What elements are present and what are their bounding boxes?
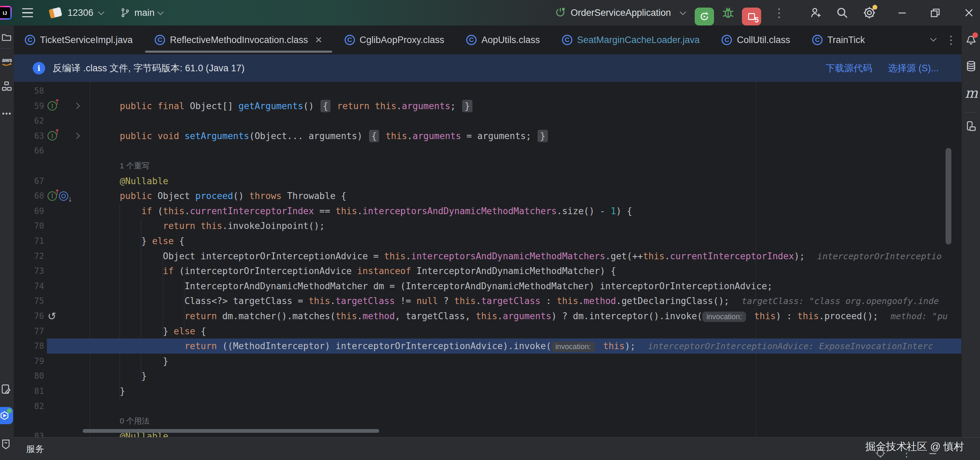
more-actions-button[interactable]: ⋮	[773, 0, 785, 25]
line-number[interactable]: 71	[14, 233, 44, 249]
notebook-icon[interactable]	[0, 439, 11, 450]
code-line-74[interactable]: 74InterceptorAndDynamicMethodMatcher dm …	[14, 279, 961, 294]
line-number[interactable]: 83	[14, 429, 44, 437]
project-widget[interactable]	[49, 0, 61, 25]
line-number[interactable]: 75	[14, 293, 44, 308]
line-number[interactable]: 68	[14, 188, 44, 203]
line-number[interactable]: 58	[14, 83, 44, 98]
code-line-71[interactable]: 71} else {	[14, 233, 961, 249]
branch-chevron-icon[interactable]	[159, 0, 164, 25]
line-number[interactable]: 79	[14, 354, 44, 369]
line-number[interactable]: 59	[14, 98, 44, 114]
code-line-62[interactable]: 62	[14, 113, 961, 128]
code-editor[interactable]: 5859I↑public final Object[] getArguments…	[14, 82, 961, 437]
tab-TrainTick[interactable]: CTrainTick	[801, 25, 876, 54]
line-number[interactable]: 66	[14, 143, 44, 159]
line-number[interactable]: 81	[14, 384, 44, 399]
line-number[interactable]: 67	[14, 173, 44, 189]
code-line-78[interactable]: 78return ((MethodInterceptor) intercepto…	[14, 338, 961, 354]
code-segment: ()	[303, 101, 320, 111]
tab-list-chevron-button[interactable]	[932, 37, 937, 43]
inlay-hint-row[interactable]: 1 个重写	[14, 159, 961, 173]
code-line-69[interactable]: 69if (this.currentInterceptorIndex == th…	[14, 203, 961, 219]
project-name[interactable]: 12306	[68, 0, 93, 25]
code-line-67[interactable]: 67@Nullable	[14, 173, 961, 189]
tab-options-button[interactable]: ⋮	[945, 33, 956, 46]
override-method-icon[interactable]: I↑	[48, 192, 57, 201]
tab-ReflectiveMethodInvocation.class[interactable]: CReflectiveMethodInvocation.class✕	[144, 25, 334, 54]
override-method-icon[interactable]: I↑	[48, 101, 57, 111]
horizontal-scrollbar[interactable]	[83, 429, 379, 433]
maximize-button[interactable]	[929, 0, 942, 25]
code-line-82[interactable]: 82	[14, 399, 961, 414]
code-line-72[interactable]: 72Object interceptorOrInterceptionAdvice…	[14, 249, 961, 264]
database-icon[interactable]	[965, 60, 977, 72]
vertical-scrollbar[interactable]	[945, 148, 951, 244]
download-sources-link[interactable]: 下载源代码	[826, 62, 872, 75]
project-chevron-icon[interactable]	[100, 0, 104, 25]
tab-TicketServiceImpl.java[interactable]: CTicketServiceImpl.java	[14, 25, 144, 54]
overridden-method-icon[interactable]: ↓	[59, 192, 68, 201]
code-segment: 1	[611, 206, 616, 216]
code-line-75[interactable]: 75Class<?> targetClass = this.targetClas…	[14, 293, 961, 308]
search-everywhere-button[interactable]	[835, 0, 849, 25]
line-number[interactable]: 78	[14, 338, 44, 354]
main-menu-button[interactable]	[22, 0, 33, 25]
git-branch-name[interactable]: main	[134, 0, 155, 25]
line-number[interactable]: 77	[14, 324, 44, 339]
project-folder-icon[interactable]	[1, 32, 12, 43]
tab-CglibAopProxy.class[interactable]: CCglibAopProxy.class	[334, 25, 455, 54]
code-line-66[interactable]: 66	[14, 143, 961, 159]
close-tab-icon[interactable]: ✕	[315, 35, 323, 46]
tab-CollUtil.class[interactable]: CCollUtil.class	[711, 25, 801, 54]
code-line-81[interactable]: 81}	[14, 384, 961, 399]
settings-button[interactable]	[862, 0, 877, 25]
services-panel-title[interactable]: 服务	[26, 443, 44, 455]
code-with-me-button[interactable]	[809, 0, 823, 25]
line-number[interactable]: 70	[14, 218, 44, 233]
override-method-icon[interactable]: I↑	[48, 131, 57, 141]
notifications-icon[interactable]	[965, 33, 977, 47]
close-button[interactable]	[963, 0, 975, 25]
fold-arrow-icon[interactable]	[73, 133, 80, 139]
code-line-68[interactable]: 68I↑↓public Object proceed() throws Thro…	[14, 188, 961, 203]
code-text: if (interceptorOrInterceptionAdvice inst…	[163, 263, 616, 279]
code-segment: this	[384, 251, 406, 261]
more-icon[interactable]	[1, 108, 12, 119]
code-line-80[interactable]: 80}	[14, 368, 961, 384]
line-number[interactable]: 62	[14, 113, 44, 128]
commit-icon[interactable]	[0, 384, 11, 395]
aws-icon[interactable]: aws	[1, 56, 13, 68]
code-segment: targetClass	[481, 296, 540, 306]
device-icon[interactable]	[965, 120, 977, 133]
code-line-63[interactable]: 63I↑public void setArguments(Object... a…	[14, 128, 961, 144]
recursive-call-icon[interactable]: ↺	[48, 310, 56, 322]
line-number[interactable]: 76	[14, 308, 44, 324]
code-line-70[interactable]: 70return this.invokeJoinpoint();	[14, 218, 961, 233]
inlay-hint-row[interactable]: 0 个用法	[14, 414, 961, 429]
tab-SeatMarginCacheLoader.java[interactable]: CSeatMarginCacheLoader.java	[551, 25, 711, 54]
code-line-73[interactable]: 73if (interceptorOrInterceptionAdvice in…	[14, 263, 961, 279]
tab-AopUtils.class[interactable]: CAopUtils.class	[455, 25, 551, 54]
line-number[interactable]: 69	[14, 203, 44, 219]
line-number[interactable]: 63	[14, 128, 44, 144]
line-number[interactable]: 73	[14, 263, 44, 279]
minimize-button[interactable]	[896, 0, 908, 25]
choose-sources-link[interactable]: 选择源 (S)...	[888, 62, 939, 75]
debug-button[interactable]	[721, 0, 735, 25]
line-number[interactable]: 74	[14, 279, 44, 294]
run-config-chevron-icon[interactable]	[682, 0, 686, 25]
code-line-77[interactable]: 77} else {	[14, 324, 961, 339]
maven-icon[interactable]: m	[965, 87, 978, 99]
services-icon[interactable]	[0, 407, 13, 424]
fold-arrow-icon[interactable]	[73, 103, 80, 109]
line-number[interactable]: 80	[14, 368, 44, 384]
code-line-58[interactable]: 58	[14, 83, 961, 98]
run-config-name[interactable]: OrderServiceApplication	[571, 0, 671, 25]
structure-icon[interactable]	[1, 81, 12, 92]
code-line-76[interactable]: 76↺return dm.matcher().matches(this.meth…	[14, 308, 961, 324]
line-number[interactable]: 82	[14, 399, 44, 414]
line-number[interactable]: 72	[14, 249, 44, 264]
code-line-59[interactable]: 59I↑public final Object[] getArguments()…	[14, 98, 961, 114]
code-line-79[interactable]: 79}	[14, 354, 961, 369]
